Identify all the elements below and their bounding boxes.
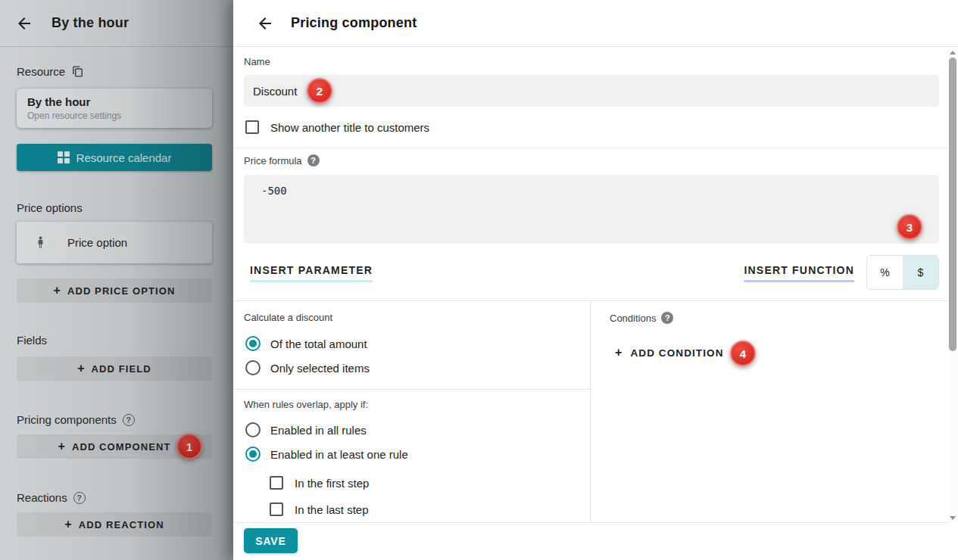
tour-step-badge-2: 2 — [307, 78, 332, 104]
unit-toggle-group: % $ — [866, 255, 939, 290]
plus-icon: + — [53, 285, 61, 297]
price-options-label: Price options — [17, 201, 83, 214]
help-icon[interactable]: ? — [307, 154, 320, 166]
resource-section-header: Resource — [17, 65, 84, 78]
radio-label: Only selected items — [270, 362, 370, 375]
resource-label: Resource — [17, 65, 65, 78]
sidebar: By the hour Resource By the hour Open re… — [0, 0, 233, 560]
checkbox-icon[interactable] — [270, 502, 283, 516]
radio-row-total-amount[interactable]: Of the total amount — [245, 336, 367, 351]
plus-icon: + — [615, 347, 623, 359]
save-button[interactable]: SAVE — [244, 528, 298, 553]
radio-icon[interactable] — [245, 446, 261, 462]
resource-card[interactable]: By the hour Open resource settings — [17, 89, 212, 128]
app-window: By the hour Resource By the hour Open re… — [0, 0, 958, 560]
tour-step-badge-4: 4 — [730, 341, 756, 366]
pricing-components-header: Pricing components ? — [17, 413, 135, 426]
percent-toggle-button[interactable]: % — [867, 256, 903, 289]
radio-row-all-rules[interactable]: Enabled in all rules — [245, 422, 367, 437]
resource-card-title: By the hour — [27, 95, 201, 108]
back-arrow-icon[interactable] — [15, 14, 33, 33]
overlap-group-label: When rules overlap, apply if: — [244, 399, 368, 410]
add-field-button[interactable]: + ADD FIELD — [17, 356, 212, 381]
add-condition-button[interactable]: + ADD CONDITION — [615, 347, 724, 359]
radio-icon[interactable] — [245, 422, 261, 437]
add-condition-label: ADD CONDITION — [630, 347, 723, 359]
help-icon[interactable]: ? — [123, 414, 135, 426]
divider — [233, 389, 590, 390]
divider — [233, 300, 958, 301]
checkbox-row-last-step[interactable]: In the last step — [270, 502, 369, 516]
pricing-components-label: Pricing components — [17, 413, 117, 426]
radio-label: Enabled in all rules — [270, 424, 367, 437]
formula-label: Price formula — [244, 155, 302, 166]
sidebar-title: By the hour — [51, 15, 129, 31]
checkbox-label: In the first step — [295, 477, 369, 490]
checkbox-icon[interactable] — [245, 120, 259, 134]
pricing-component-panel: Pricing component Name 2 Show another ti… — [233, 0, 958, 560]
price-option-label: Price option — [67, 236, 127, 249]
name-input[interactable] — [244, 75, 939, 107]
discount-group-label: Calculate a discount — [244, 312, 332, 323]
grid-icon — [58, 151, 70, 163]
conditions-label: Conditions — [610, 313, 656, 324]
vertical-divider — [590, 300, 591, 522]
panel-title: Pricing component — [291, 15, 417, 31]
add-reaction-button[interactable]: + ADD REACTION — [17, 512, 212, 537]
resource-card-subtitle: Open resource settings — [27, 110, 201, 121]
conditions-label-row: Conditions ? — [610, 312, 673, 324]
add-reaction-label: ADD REACTION — [79, 519, 164, 530]
scroll-up-arrow-icon[interactable] — [950, 51, 956, 54]
name-field-label: Name — [244, 56, 270, 67]
reactions-header: Reactions ? — [17, 491, 86, 504]
resource-calendar-label: Resource calendar — [76, 151, 172, 164]
sidebar-header: By the hour — [0, 0, 233, 47]
add-field-label: ADD FIELD — [92, 363, 151, 375]
show-title-checkbox-label: Show another title to customers — [270, 121, 429, 134]
price-options-header: Price options — [17, 201, 83, 214]
resource-calendar-button[interactable]: Resource calendar — [17, 144, 212, 171]
checkbox-icon[interactable] — [270, 476, 283, 490]
plus-icon: + — [77, 362, 85, 375]
plus-icon: + — [58, 440, 65, 453]
radio-row-selected-items[interactable]: Only selected items — [245, 360, 370, 375]
radio-icon[interactable] — [245, 336, 261, 351]
back-arrow-icon[interactable] — [256, 14, 274, 33]
add-price-option-label: ADD PRICE OPTION — [67, 285, 176, 297]
radio-icon[interactable] — [245, 360, 261, 375]
radio-row-at-least-one-rule[interactable]: Enabled in at least one rule — [245, 446, 408, 462]
scrollbar[interactable] — [948, 48, 958, 523]
show-title-checkbox-row[interactable]: Show another title to customers — [245, 120, 429, 134]
tour-step-badge-1: 1 — [176, 434, 202, 459]
radio-label: Enabled in at least one rule — [270, 448, 408, 461]
panel-header: Pricing component — [233, 0, 958, 47]
divider — [233, 148, 958, 148]
fields-label: Fields — [17, 334, 47, 347]
reactions-label: Reactions — [17, 491, 67, 504]
copy-icon[interactable] — [71, 65, 84, 78]
insert-function-button[interactable]: INSERT FUNCTION — [744, 264, 854, 282]
scroll-down-arrow-icon[interactable] — [950, 516, 956, 520]
add-price-option-button[interactable]: + ADD PRICE OPTION — [17, 278, 212, 303]
tour-step-badge-3: 3 — [897, 214, 922, 240]
radio-label: Of the total amount — [270, 338, 367, 350]
formula-textarea[interactable]: -500 — [244, 175, 939, 244]
divider — [233, 522, 958, 523]
help-icon[interactable]: ? — [73, 492, 86, 504]
add-component-label: ADD COMPONENT — [72, 441, 171, 453]
person-icon — [33, 235, 48, 250]
dollar-toggle-button[interactable]: $ — [903, 256, 938, 289]
checkbox-row-first-step[interactable]: In the first step — [270, 476, 369, 490]
insert-parameter-button[interactable]: INSERT PARAMETER — [250, 264, 373, 282]
fields-header: Fields — [17, 334, 47, 347]
scrollbar-thumb[interactable] — [949, 58, 956, 351]
formula-label-row: Price formula ? — [244, 154, 320, 166]
help-icon[interactable]: ? — [661, 312, 673, 324]
checkbox-label: In the last step — [295, 503, 369, 516]
price-option-card[interactable]: Price option — [17, 222, 212, 263]
plus-icon: + — [64, 518, 72, 530]
